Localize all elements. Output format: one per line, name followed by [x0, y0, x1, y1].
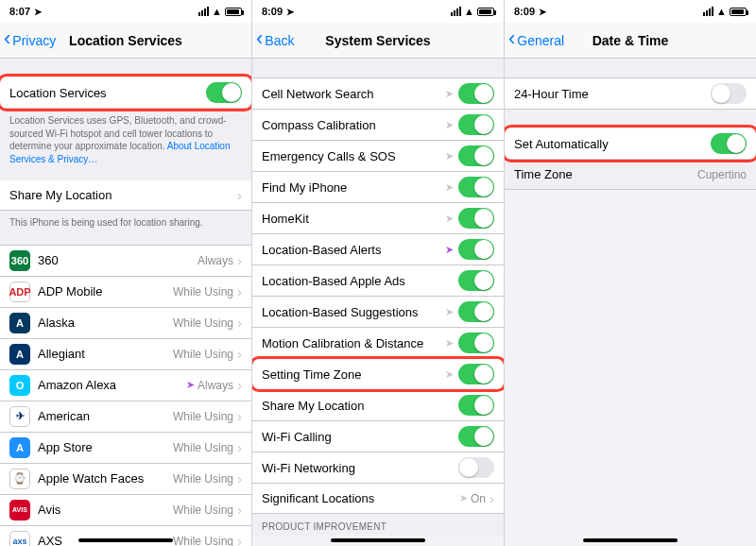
app-icon: AVIS — [9, 500, 30, 520]
app-row[interactable]: AVISAvisWhile Using› — [0, 495, 251, 526]
service-row[interactable]: Compass Calibration➤ — [252, 110, 504, 141]
page-title: Location Services — [69, 33, 182, 48]
toggle-switch[interactable] — [458, 239, 494, 260]
service-row[interactable]: Cell Network Search➤ — [252, 77, 504, 110]
back-button[interactable]: General — [508, 23, 564, 58]
toggle-switch[interactable] — [711, 83, 747, 104]
service-row[interactable]: HomeKit➤ — [252, 203, 504, 234]
toggle-switch[interactable] — [458, 333, 494, 353]
app-name: Apple Watch Faces — [38, 471, 173, 486]
service-row[interactable]: Significant Locations➤On› — [252, 484, 504, 514]
service-row[interactable]: Setting Time Zone➤ — [252, 359, 504, 390]
app-icon: A — [9, 344, 30, 365]
app-row[interactable]: ⌚Apple Watch FacesWhile Using› — [0, 464, 251, 495]
battery-icon — [730, 8, 747, 16]
datetime-row[interactable]: 24-Hour Time — [505, 77, 756, 110]
app-permission-detail: ➤Always — [186, 379, 233, 392]
service-label: Compass Calibration — [262, 118, 445, 132]
toggle-switch[interactable] — [458, 145, 494, 166]
wifi-icon: ▲ — [716, 6, 727, 17]
home-indicator — [583, 538, 678, 542]
toggle-switch[interactable] — [458, 83, 494, 104]
location-services-toggle-row[interactable]: Location Services — [0, 77, 251, 109]
service-row[interactable]: Location-Based Alerts➤ — [252, 234, 504, 265]
location-arrow-icon: ➤ — [186, 379, 195, 391]
app-permission-detail: While Using — [173, 441, 233, 454]
app-permission-detail: While Using — [173, 503, 233, 517]
location-arrow-icon: ➤ — [286, 7, 294, 17]
service-row[interactable]: Location-Based Apple Ads — [252, 265, 504, 297]
app-name: Avis — [38, 503, 173, 517]
location-arrow-icon: ➤ — [445, 88, 454, 100]
location-arrow-icon: ➤ — [459, 492, 468, 504]
status-time: 8:07 — [9, 6, 30, 17]
app-permission-detail: While Using — [173, 316, 233, 330]
toggle-switch[interactable] — [458, 395, 494, 416]
toggle-switch[interactable] — [458, 270, 494, 291]
app-name: Amazon Alexa — [38, 378, 186, 392]
toggle-switch[interactable] — [458, 301, 494, 322]
location-arrow-icon: ➤ — [445, 306, 454, 318]
app-icon: A — [9, 437, 30, 458]
toggle-switch[interactable] — [458, 364, 494, 384]
app-icon: ✈ — [9, 406, 30, 427]
service-label: Find My iPhone — [262, 180, 445, 195]
service-label: Wi-Fi Calling — [262, 430, 458, 444]
toggle-switch[interactable] — [458, 426, 494, 447]
row-label: Set Automatically — [514, 137, 711, 151]
service-row[interactable]: Share My Location — [252, 390, 504, 421]
page-title: Date & Time — [593, 33, 669, 48]
app-row[interactable]: OAmazon Alexa➤Always› — [0, 370, 251, 401]
app-name: App Store — [38, 440, 173, 454]
status-time: 8:09 — [514, 6, 535, 17]
app-icon: axs — [9, 531, 30, 547]
datetime-row[interactable]: Set Automatically — [505, 128, 756, 160]
service-row[interactable]: Wi-Fi Calling — [252, 421, 504, 452]
share-location-note: This iPhone is being used for location s… — [0, 211, 251, 235]
location-arrow-icon: ➤ — [445, 337, 454, 350]
nav-bar: Privacy Location Services — [0, 23, 251, 59]
app-row[interactable]: ADPADP MobileWhile Using› — [0, 277, 251, 308]
chevron-right-icon: › — [237, 439, 242, 455]
toggle-switch[interactable] — [711, 133, 747, 154]
wifi-icon: ▲ — [212, 6, 222, 17]
section-header-product-improvement: PRODUCT IMPROVEMENT — [252, 514, 504, 536]
location-arrow-icon: ➤ — [445, 213, 454, 225]
chevron-right-icon: › — [490, 490, 494, 506]
pane-system-services: 8:09➤ ▲ Back System Services Cell Networ… — [252, 0, 505, 546]
app-permission-detail: While Using — [173, 410, 233, 423]
app-row[interactable]: AAlaskaWhile Using› — [0, 308, 251, 339]
app-name: Allegiant — [38, 347, 173, 361]
toggle-switch[interactable] — [458, 208, 494, 229]
chevron-right-icon: › — [237, 502, 242, 518]
row-label: 24-Hour Time — [514, 87, 711, 101]
chevron-right-icon: › — [237, 283, 242, 299]
wifi-icon: ▲ — [464, 6, 474, 17]
service-row[interactable]: Location-Based Suggestions➤ — [252, 297, 504, 328]
toggle-switch[interactable] — [458, 457, 494, 478]
service-label: Significant Locations — [262, 491, 459, 505]
row-label: Time Zone — [514, 167, 697, 181]
app-row[interactable]: AAllegiantWhile Using› — [0, 339, 251, 370]
pane-location-services: 8:07➤ ▲ Privacy Location Services Locati… — [0, 0, 252, 546]
app-row[interactable]: 360360Always› — [0, 245, 251, 277]
share-my-location-row[interactable]: Share My Location › — [0, 180, 251, 211]
toggle-switch[interactable] — [458, 177, 494, 197]
service-label: Location-Based Suggestions — [262, 305, 445, 319]
service-row[interactable]: Wi-Fi Networking — [252, 452, 504, 484]
service-label: Location-Based Apple Ads — [262, 274, 458, 288]
chevron-right-icon: › — [237, 533, 242, 546]
service-row[interactable]: Find My iPhone➤ — [252, 172, 504, 203]
app-permission-detail: Always — [198, 254, 233, 267]
app-row[interactable]: AApp StoreWhile Using› — [0, 433, 251, 464]
service-row[interactable]: Emergency Calls & SOS➤ — [252, 141, 504, 172]
service-row[interactable]: Motion Calibration & Distance➤ — [252, 328, 504, 359]
toggle-switch[interactable] — [458, 114, 494, 135]
back-button[interactable]: Back — [256, 23, 294, 58]
app-row[interactable]: ✈AmericanWhile Using› — [0, 401, 251, 433]
toggle-switch[interactable] — [206, 82, 242, 103]
chevron-right-icon: › — [237, 408, 242, 424]
app-row[interactable]: axsAXSWhile Using› — [0, 526, 251, 547]
back-button[interactable]: Privacy — [4, 23, 56, 58]
pane-date-time: 8:09➤ ▲ General Date & Time 24-Hour Time… — [505, 0, 756, 546]
